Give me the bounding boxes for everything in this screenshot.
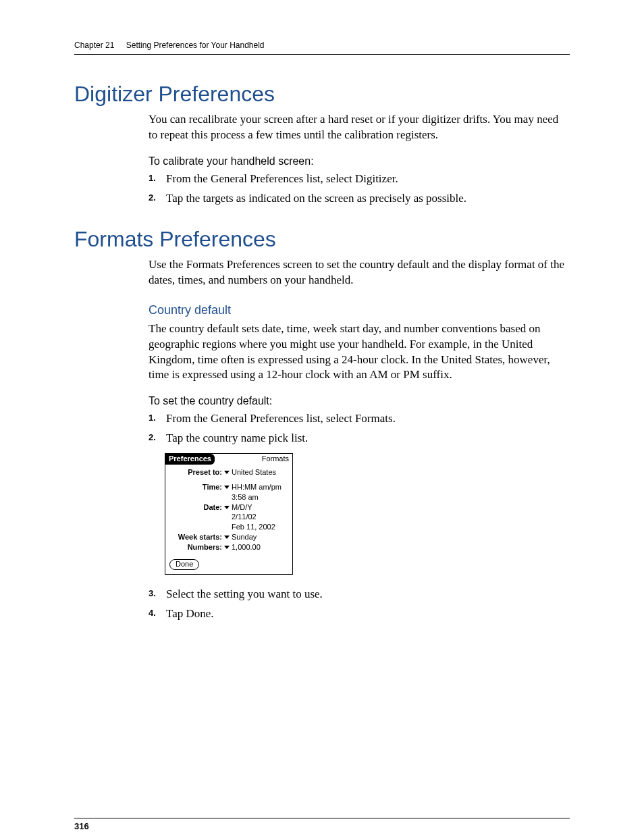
dropdown-icon bbox=[224, 546, 230, 549]
palm-preferences-screenshot: Preferences Formats Preset to: United St… bbox=[165, 453, 293, 575]
digitizer-task-head: To calibrate your handheld screen: bbox=[149, 155, 570, 167]
section-formats-title: Formats Preferences bbox=[74, 227, 570, 252]
time-label: Time: bbox=[169, 483, 223, 492]
section-digitizer-title: Digitizer Preferences bbox=[74, 82, 570, 107]
step-text: Tap Done. bbox=[166, 607, 214, 620]
step-text: From the General Preferences list, selec… bbox=[166, 172, 398, 185]
palm-title-left: Preferences bbox=[165, 454, 215, 465]
list-item: 2.Tap the targets as indicated on the sc… bbox=[149, 191, 570, 207]
step-text: Select the setting you want to use. bbox=[166, 588, 323, 600]
page: Chapter 21 Setting Preferences for Your … bbox=[0, 0, 644, 834]
digitizer-intro: You can recalibrate your screen after a … bbox=[149, 112, 570, 143]
country-steps-a: 1.From the General Preferences list, sel… bbox=[149, 411, 570, 446]
list-item: 1.From the General Preferences list, sel… bbox=[149, 411, 570, 427]
list-item: 2.Tap the country name pick list. bbox=[149, 431, 570, 446]
numbers-label: Numbers: bbox=[169, 543, 223, 552]
date-example-1: 2/11/02 bbox=[223, 513, 288, 522]
digitizer-steps: 1.From the General Preferences list, sel… bbox=[149, 172, 570, 207]
step-number: 2. bbox=[149, 432, 156, 444]
step-number: 1. bbox=[149, 412, 156, 424]
palm-titlebar: Preferences Formats bbox=[165, 454, 292, 465]
preset-label: Preset to: bbox=[169, 468, 223, 477]
formats-body: Use the Formats Preferences screen to se… bbox=[149, 257, 570, 622]
chapter-label: Chapter 21 bbox=[74, 41, 114, 50]
time-example: 3:58 am bbox=[223, 493, 288, 502]
palm-body: Preset to: United States Time: HH:MM am/… bbox=[165, 465, 292, 574]
step-text: From the General Preferences list, selec… bbox=[166, 412, 396, 425]
page-number: 316 bbox=[74, 821, 89, 831]
step-number: 2. bbox=[149, 192, 156, 204]
date-label: Date: bbox=[169, 503, 223, 513]
numbers-picklist[interactable]: 1,000.00 bbox=[223, 543, 288, 552]
date-example-2: Feb 11, 2002 bbox=[223, 523, 288, 532]
step-number: 3. bbox=[149, 588, 156, 600]
week-picklist[interactable]: Sunday bbox=[223, 533, 288, 542]
week-label: Week starts: bbox=[169, 533, 223, 542]
page-footer: 316 bbox=[74, 818, 570, 831]
done-button[interactable]: Done bbox=[169, 559, 199, 570]
dropdown-icon bbox=[224, 536, 230, 539]
country-task-head: To set the country default: bbox=[149, 395, 570, 407]
country-default-text: The country default sets date, time, wee… bbox=[149, 321, 570, 384]
step-number: 4. bbox=[149, 607, 156, 619]
dropdown-icon bbox=[224, 506, 230, 509]
step-text: Tap the country name pick list. bbox=[166, 432, 308, 444]
dropdown-icon bbox=[224, 486, 230, 489]
running-header: Chapter 21 Setting Preferences for Your … bbox=[74, 41, 570, 55]
list-item: 1.From the General Preferences list, sel… bbox=[149, 172, 570, 187]
step-number: 1. bbox=[149, 172, 156, 184]
preset-picklist[interactable]: United States bbox=[223, 468, 288, 477]
time-picklist[interactable]: HH:MM am/pm bbox=[223, 483, 288, 492]
list-item: 4.Tap Done. bbox=[149, 606, 570, 622]
dropdown-icon bbox=[224, 471, 230, 474]
formats-intro: Use the Formats Preferences screen to se… bbox=[149, 257, 570, 288]
step-text: Tap the targets as indicated on the scre… bbox=[166, 192, 466, 205]
country-steps-b: 3.Select the setting you want to use. 4.… bbox=[149, 587, 570, 622]
digitizer-body: You can recalibrate your screen after a … bbox=[149, 112, 570, 207]
country-default-subhead: Country default bbox=[149, 303, 570, 317]
palm-title-right[interactable]: Formats bbox=[259, 454, 292, 465]
date-picklist[interactable]: M/D/Y bbox=[223, 503, 288, 513]
list-item: 3.Select the setting you want to use. bbox=[149, 587, 570, 602]
chapter-title: Setting Preferences for Your Handheld bbox=[126, 41, 265, 50]
